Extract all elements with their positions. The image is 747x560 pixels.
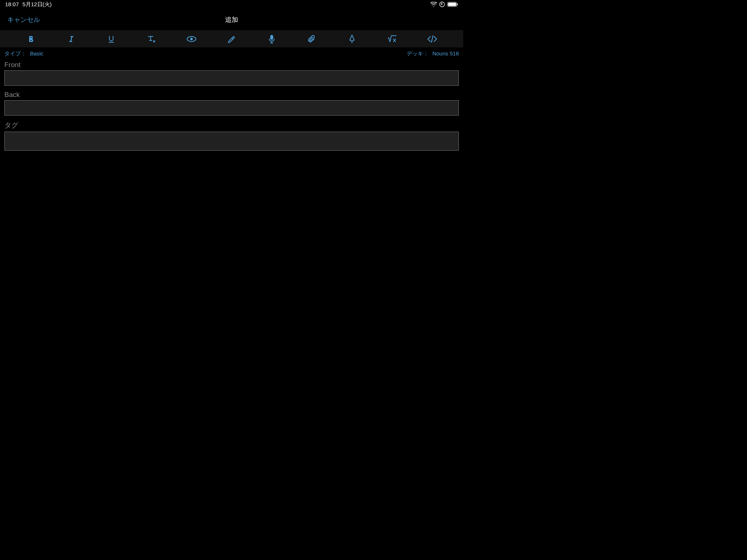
status-time: 18:07: [5, 1, 19, 8]
front-field-group: Front: [4, 61, 459, 86]
nav-bar: キャンセル 追加: [0, 9, 463, 31]
svg-rect-2: [448, 3, 456, 6]
svg-point-5: [190, 38, 193, 40]
meta-row: タイプ： Basic デッキ： Nouns 518: [0, 47, 463, 59]
cancel-button[interactable]: キャンセル: [7, 15, 40, 24]
equation-icon[interactable]: [385, 32, 399, 46]
tags-field-group: タグ: [4, 121, 459, 151]
battery-icon: [447, 2, 458, 7]
front-label: Front: [4, 61, 459, 69]
code-icon[interactable]: [425, 32, 440, 46]
type-selector[interactable]: タイプ： Basic: [4, 50, 43, 57]
bold-icon[interactable]: [24, 32, 38, 46]
cloze-icon[interactable]: [184, 32, 199, 46]
attachment-icon[interactable]: [305, 32, 319, 46]
clear-format-icon[interactable]: [144, 32, 159, 46]
status-bar: 18:07 5月12日(火): [0, 0, 463, 9]
wifi-icon: [430, 2, 437, 7]
paint-icon[interactable]: [224, 32, 239, 46]
deck-value: Nouns 518: [432, 50, 459, 57]
svg-point-0: [440, 2, 445, 7]
form-area: Front Back タグ: [0, 59, 463, 157]
tags-input[interactable]: [4, 132, 459, 151]
front-input[interactable]: [4, 70, 459, 86]
type-value: Basic: [30, 50, 43, 57]
tags-label: タグ: [4, 121, 459, 130]
back-field-group: Back: [4, 91, 459, 116]
rotation-lock-icon: [439, 1, 445, 7]
microphone-icon[interactable]: [264, 32, 279, 46]
underline-icon[interactable]: [104, 32, 119, 46]
deck-label: デッキ：: [407, 50, 429, 57]
pen-icon[interactable]: [345, 32, 359, 46]
status-date: 5月12日(火): [23, 1, 52, 8]
deck-selector[interactable]: デッキ： Nouns 518: [407, 50, 459, 57]
svg-rect-3: [457, 4, 458, 5]
italic-icon[interactable]: [64, 32, 78, 46]
type-label: タイプ：: [4, 50, 26, 57]
formatting-toolbar: [0, 31, 463, 47]
svg-rect-6: [270, 35, 273, 40]
back-label: Back: [4, 91, 459, 99]
back-input[interactable]: [4, 100, 459, 116]
page-title: 追加: [225, 15, 238, 24]
